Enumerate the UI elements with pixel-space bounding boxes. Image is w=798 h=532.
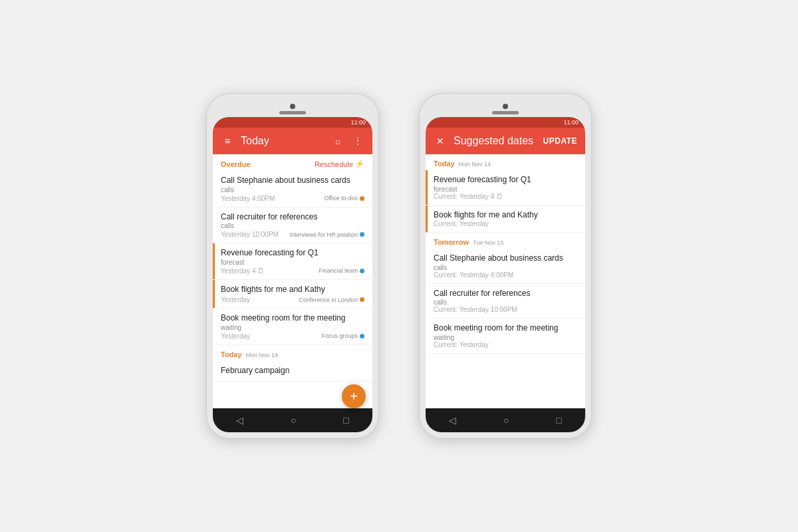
task-meta-2: Yesterday 10:00PM Interviews for HR posi… <box>221 231 364 238</box>
status-time-1: 11:00 <box>350 119 366 126</box>
phone-2: 11:00 ✕ Suggested dates UPDATE Today Mon… <box>419 93 592 439</box>
task-meta-3: Yesterday 4 🗒 Financial team <box>221 267 364 275</box>
p2-task-4[interactable]: Call recruiter for references calls Curr… <box>426 284 585 319</box>
overdue-section-header: Overdue Reschedule ⚡ <box>213 154 372 171</box>
tag-dot-3 <box>360 269 364 273</box>
p2-task-2[interactable]: Book flights for me and Kathy Current: Y… <box>426 205 585 233</box>
p2-today-label-group: Today Mon Nov 14 <box>434 160 491 168</box>
p2-task-current-5: Current: Yesterday <box>434 341 577 348</box>
p2-task-3[interactable]: Call Stephanie about business cards call… <box>426 249 585 284</box>
tag-dot-2 <box>360 232 364 237</box>
home-nav-1[interactable]: ○ <box>291 415 296 426</box>
task-sub-3: forecast <box>221 259 364 266</box>
task-tag-3: Financial team <box>319 267 364 274</box>
p2-tomorrow-label-group: Tomorrow Tue Nov 15 <box>434 238 503 246</box>
back-nav-1[interactable]: ◁ <box>236 415 243 426</box>
task-title-2: Call recruiter for references <box>221 212 364 223</box>
status-time-2: 11:00 <box>563 119 579 126</box>
app-bar-title-2: Suggested dates <box>454 135 537 147</box>
task-date-3: Yesterday 4 🗒 <box>221 267 264 275</box>
task-meta-1: Yesterday 4:00PM Office to-dos <box>221 195 364 202</box>
task-sub-5: waiting <box>221 324 364 331</box>
tag-dot-5 <box>360 334 364 338</box>
task-sub-1: calls <box>221 186 364 194</box>
speaker-1 <box>279 111 306 114</box>
recent-nav-1[interactable]: □ <box>343 415 348 426</box>
p2-task-1[interactable]: Revenue forecasting for Q1 forecast Curr… <box>426 170 585 205</box>
menu-icon[interactable]: ≡ <box>221 134 234 148</box>
task-title-4: Book flights for me and Kathy <box>221 285 364 295</box>
task-date-5: Yesterday <box>221 332 250 340</box>
task-sub-2: calls <box>221 222 364 229</box>
phones-container: 11:00 ≡ Today ⌕ ⋮ Overdue Reschedule ⚡ <box>206 93 592 439</box>
p2-tomorrow-date-sub: Tue Nov 15 <box>473 239 503 246</box>
task-item-2[interactable]: Call recruiter for references calls Yest… <box>213 207 372 244</box>
task-title-3: Revenue forecasting for Q1 <box>221 248 364 259</box>
today-section-header: Today Mon Nov 14 <box>213 345 372 361</box>
task-date-1: Yesterday 4:00PM <box>221 195 275 202</box>
task-tag-2: Interviews for HR position <box>289 231 364 238</box>
today-date-label: Today Mon Nov 14 <box>221 350 278 358</box>
task-tag-1: Office to-dos <box>324 195 364 201</box>
nav-bar-1: ◁ ○ □ <box>213 408 372 432</box>
today-label: Today <box>221 350 242 358</box>
p2-task-current-1: Current: Yesterday 4 🗒 <box>434 193 577 200</box>
task-title-1: Call Stephanie about business cards <box>221 176 364 186</box>
p2-today-date-sub: Mon Nov 14 <box>459 161 491 168</box>
phone-1: 11:00 ≡ Today ⌕ ⋮ Overdue Reschedule ⚡ <box>206 93 379 439</box>
more-icon[interactable]: ⋮ <box>351 134 364 148</box>
tag-dot-4 <box>360 297 364 302</box>
p2-task-title-1: Revenue forecasting for Q1 <box>434 175 577 186</box>
p2-today-label: Today <box>434 160 455 168</box>
phone-2-content: Today Mon Nov 14 Revenue forecasting for… <box>426 154 585 408</box>
task-item-1[interactable]: Call Stephanie about business cards call… <box>213 171 372 207</box>
p2-task-sub-5: waiting <box>434 334 577 341</box>
nav-bar-2: ◁ ○ □ <box>426 408 585 432</box>
status-bar-2: 11:00 <box>426 117 585 128</box>
tag-dot-1 <box>360 196 364 201</box>
p2-tomorrow-header: Tomorrow Tue Nov 15 <box>426 233 585 249</box>
status-bar-1: 11:00 <box>213 117 372 128</box>
task-item-5[interactable]: Book meeting room for the meeting waitin… <box>213 309 372 345</box>
phone-1-top <box>213 100 372 117</box>
phone-1-content: Overdue Reschedule ⚡ Call Stephanie abou… <box>213 154 372 408</box>
p2-task-sub-1: forecast <box>434 186 577 193</box>
task-item-4[interactable]: Book flights for me and Kathy Yesterday … <box>213 280 372 309</box>
task-meta-5: Yesterday Focus groups <box>221 332 364 340</box>
today-date-sub: Mon Nov 14 <box>246 352 279 358</box>
task-meta-4: Yesterday Conference in London <box>221 296 364 303</box>
search-icon[interactable]: ⌕ <box>331 134 344 148</box>
camera-1 <box>290 104 295 109</box>
task-date-4: Yesterday <box>221 296 250 303</box>
overdue-label: Overdue <box>221 160 251 168</box>
p2-task-sub-3: calls <box>434 264 577 271</box>
p2-task-5[interactable]: Book meeting room for the meeting waitin… <box>426 319 585 354</box>
close-icon[interactable]: ✕ <box>434 134 447 148</box>
update-button[interactable]: UPDATE <box>543 136 577 146</box>
fab-button[interactable]: + <box>342 384 366 408</box>
phone-2-top <box>426 100 585 117</box>
app-bar-2: ✕ Suggested dates UPDATE <box>426 128 585 154</box>
phone-2-inner: 11:00 ✕ Suggested dates UPDATE Today Mon… <box>426 117 585 432</box>
task-title-5: Book meeting room for the meeting <box>221 313 364 324</box>
p2-task-sub-4: calls <box>434 299 577 306</box>
p2-tomorrow-label: Tomorrow <box>434 238 469 246</box>
p2-task-current-4: Current: Yesterday 10:00PM <box>434 306 577 313</box>
task-item-3[interactable]: Revenue forecasting for Q1 forecast Yest… <box>213 243 372 280</box>
p2-task-title-3: Call Stephanie about business cards <box>434 253 577 264</box>
p2-task-current-2: Current: Yesterday <box>434 220 577 227</box>
camera-2 <box>503 104 508 109</box>
p2-task-title-4: Call recruiter for references <box>434 289 577 299</box>
p2-task-title-2: Book flights for me and Kathy <box>434 210 577 221</box>
task-date-2: Yesterday 10:00PM <box>221 231 279 238</box>
reschedule-button[interactable]: Reschedule ⚡ <box>315 160 364 168</box>
p2-task-title-5: Book meeting room for the meeting <box>434 323 577 334</box>
task-tag-5: Focus groups <box>321 332 364 339</box>
task-item-6[interactable]: February campaign <box>213 361 372 382</box>
p2-task-current-3: Current: Yesterday 4:00PM <box>434 271 577 279</box>
back-nav-2[interactable]: ◁ <box>449 415 456 426</box>
home-nav-2[interactable]: ○ <box>503 415 509 426</box>
p2-today-header: Today Mon Nov 14 <box>426 154 585 170</box>
app-bar-title-1: Today <box>241 135 325 147</box>
recent-nav-2[interactable]: □ <box>556 415 561 426</box>
